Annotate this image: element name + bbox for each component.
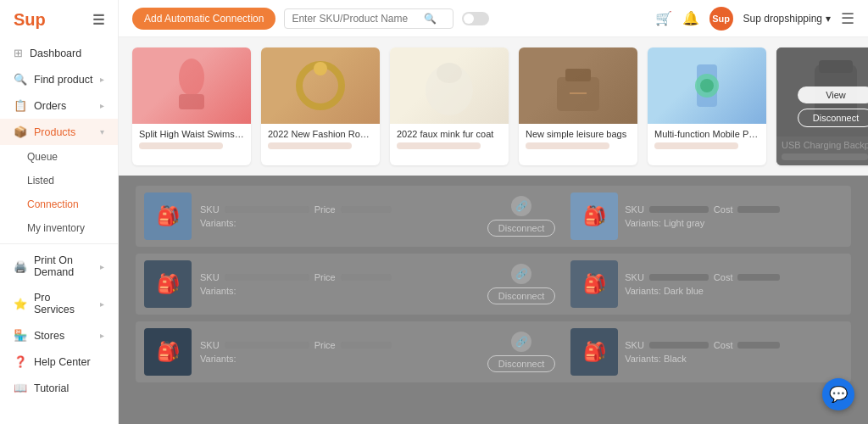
product-card-5[interactable]: Multi-function Mobile Pho... xyxy=(648,47,766,165)
sku-value-bar-2 xyxy=(225,274,309,281)
view-button[interactable]: View xyxy=(798,86,868,103)
chevron-right-icon: ▸ xyxy=(100,299,104,309)
connection-row-1: 🎒 SKU Price Variants: 🔗 Disconnect 🎒 xyxy=(136,186,851,247)
connection-right-thumb-1: 🎒 xyxy=(570,192,618,240)
disconnect-button-2[interactable]: Disconnect xyxy=(487,287,555,304)
connection-right-info-2: SKU Cost Variants: Dark blue xyxy=(625,272,780,296)
sidebar-item-tutorial[interactable]: 📖 Tutorial xyxy=(0,375,118,401)
topbar-left: Add Automatic Connection 🔍 xyxy=(132,8,489,30)
connection-left-thumb-3: 🎒 xyxy=(144,328,192,376)
logo: Sup ☰ xyxy=(0,0,118,40)
price-label-3: Price xyxy=(314,340,336,350)
sidebar-item-products[interactable]: 📦 Products ▾ xyxy=(0,119,118,145)
menu-icon[interactable]: ☰ xyxy=(92,12,104,28)
sidebar-subitem-my-inventory[interactable]: My inventory xyxy=(0,216,118,240)
connection-left-thumb-2: 🎒 xyxy=(144,260,192,308)
product-card-2[interactable]: 2022 New Fashion Rose Rin... xyxy=(261,47,380,165)
toggle-switch[interactable] xyxy=(462,12,489,25)
product-image-4 xyxy=(519,47,637,124)
sku-label-1: SKU xyxy=(200,204,220,215)
right-variants-2: Variants: Dark blue xyxy=(625,286,780,296)
help-icon: ❓ xyxy=(14,355,27,368)
search-icon: 🔍 xyxy=(424,13,437,25)
connection-right-info-3: SKU Cost Variants: Black xyxy=(625,340,780,364)
sidebar-item-find-product[interactable]: 🔍 Find product ▸ xyxy=(0,66,118,92)
overlay-disconnect-button[interactable]: Disconnect xyxy=(798,109,868,127)
chat-icon: 💬 xyxy=(829,385,848,404)
sidebar-item-help-center[interactable]: ❓ Help Center xyxy=(0,349,118,375)
topbar: Add Automatic Connection 🔍 🛒 🔔 Sup Sup d… xyxy=(119,0,868,37)
product-name-1: Split High Waist Swimsuit... xyxy=(139,129,244,139)
product-info-4: New simple leisure bags xyxy=(519,124,637,156)
search-box: 🔍 xyxy=(284,8,453,29)
right-cost-label-2: Cost xyxy=(714,272,733,282)
sku-line-1: SKU Price xyxy=(200,204,472,215)
connection-right-1: 🎒 SKU Cost Variants: Light gray xyxy=(570,192,843,240)
right-cost-label-3: Cost xyxy=(714,340,733,350)
sidebar-item-orders[interactable]: 📋 Orders ▸ xyxy=(0,92,118,119)
sidebar-subitem-queue[interactable]: Queue xyxy=(0,145,118,169)
disconnect-button-1[interactable]: Disconnect xyxy=(487,220,555,237)
price-value-bar-3 xyxy=(341,342,392,349)
sidebar-item-products-label: Products xyxy=(34,126,75,138)
connection-left-thumb-1: 🎒 xyxy=(144,192,192,240)
hamburger-icon[interactable]: ☰ xyxy=(841,9,854,28)
product-card-3[interactable]: 2022 faux mink fur coat xyxy=(390,47,509,165)
sidebar-item-print-on-demand[interactable]: 🖨️ Print On Demand ▸ xyxy=(0,248,118,285)
product-name-5: Multi-function Mobile Pho... xyxy=(654,129,760,139)
search-input[interactable] xyxy=(292,13,419,25)
svg-point-0 xyxy=(179,59,204,96)
connection-right-info-1: SKU Cost Variants: Light gray xyxy=(625,204,780,228)
right-variants-3: Variants: Black xyxy=(625,354,780,364)
right-sku-label-1: SKU xyxy=(625,204,644,215)
sidebar-item-pro-services[interactable]: ⭐ Pro Services ▸ xyxy=(0,285,118,322)
orders-icon: 📋 xyxy=(14,99,27,112)
right-variants-value-1: Light gray xyxy=(664,218,704,228)
connections-panel: 🎒 SKU Price Variants: 🔗 Disconnect 🎒 xyxy=(119,176,868,424)
topbar-right: 🛒 🔔 Sup Sup dropshipping ▾ ☰ xyxy=(655,7,854,31)
product-name-4: New simple leisure bags xyxy=(526,129,631,139)
product-image-1 xyxy=(132,47,251,124)
sku-value-bar-1 xyxy=(225,206,309,213)
chat-button[interactable]: 💬 xyxy=(822,378,854,410)
sidebar-item-stores[interactable]: 🏪 Stores ▸ xyxy=(0,322,118,349)
avatar-text: Sup xyxy=(712,14,730,24)
product-price-bar-2 xyxy=(268,142,352,149)
product-name-3: 2022 faux mink fur coat xyxy=(397,129,502,139)
product-card-6[interactable]: View Disconnect USB Charging Backpack... xyxy=(776,47,868,165)
products-grid: Split High Waist Swimsuit... 2022 New Fa… xyxy=(119,37,868,176)
disconnect-button-3[interactable]: Disconnect xyxy=(487,355,555,372)
user-menu[interactable]: Sup dropshipping ▾ xyxy=(743,13,831,25)
variants-line-2: Variants: xyxy=(200,286,472,296)
sidebar-item-orders-label: Orders xyxy=(34,100,66,112)
price-value-bar-1 xyxy=(341,206,392,213)
my-inventory-label: My inventory xyxy=(27,222,85,234)
right-cost-bar-3 xyxy=(737,342,780,349)
product-info-5: Multi-function Mobile Pho... xyxy=(648,124,766,156)
chevron-down-icon: ▾ xyxy=(826,13,831,25)
sidebar-subitem-connection[interactable]: Connection xyxy=(0,192,118,216)
logo-text: Sup xyxy=(14,10,46,30)
connection-label: Connection xyxy=(27,198,79,210)
connection-left-info-1: SKU Price Variants: xyxy=(200,204,472,228)
pro-services-icon: ⭐ xyxy=(14,298,27,310)
add-automatic-connection-button[interactable]: Add Automatic Connection xyxy=(132,8,275,30)
sidebar-subitem-listed[interactable]: Listed xyxy=(0,169,118,192)
connection-row-3: 🎒 SKU Price Variants: 🔗 Disconnect 🎒 xyxy=(136,321,851,382)
connection-middle-3: 🔗 Disconnect xyxy=(487,332,555,372)
product-card-4[interactable]: New simple leisure bags xyxy=(519,47,637,165)
tutorial-icon: 📖 xyxy=(14,382,27,394)
divider xyxy=(0,243,118,244)
product-price-bar-5 xyxy=(654,142,738,149)
connection-left-info-2: SKU Price Variants: xyxy=(200,272,472,296)
sidebar-item-dashboard[interactable]: ⊞ Dashboard xyxy=(0,40,118,66)
product-info-1: Split High Waist Swimsuit... xyxy=(132,124,251,156)
variants-label-1: Variants: xyxy=(200,218,236,228)
bell-icon[interactable]: 🔔 xyxy=(682,10,699,26)
price-label-1: Price xyxy=(314,204,336,215)
main-content: Add Automatic Connection 🔍 🛒 🔔 Sup Sup d… xyxy=(119,0,868,424)
cart-icon[interactable]: 🛒 xyxy=(655,10,672,26)
chevron-right-icon: ▸ xyxy=(100,101,104,110)
product-card-1[interactable]: Split High Waist Swimsuit... xyxy=(132,47,251,165)
svg-point-5 xyxy=(437,63,462,83)
